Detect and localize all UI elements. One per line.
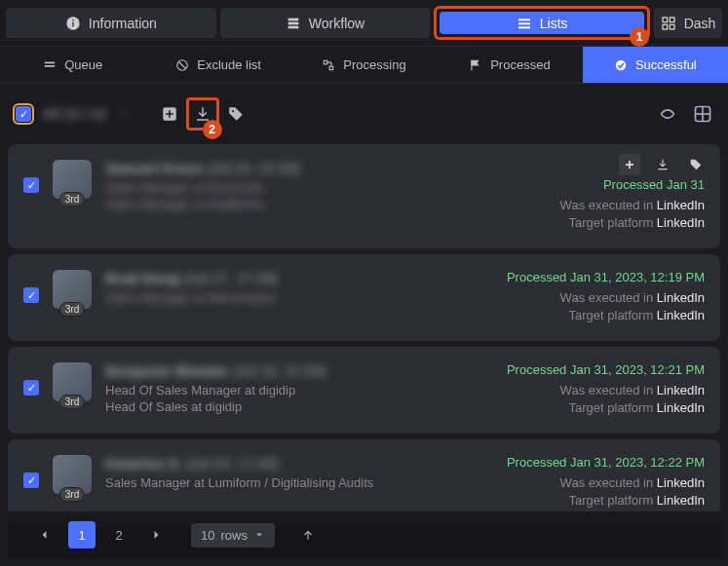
processed-timestamp: Processed Jan 31, 2023, 12:22 PM — [507, 455, 705, 470]
download-icon — [656, 158, 670, 171]
contact-card: ✓ 3rd Benjamin Bleeder (Jul 22, 21:53) H… — [8, 347, 720, 434]
workflow-icon — [286, 16, 301, 31]
target-platform: Target platform LinkedIn — [560, 215, 705, 230]
processed-timestamp: Processed Jan 31, 2023, 12:19 PM — [507, 270, 705, 284]
target-platform: Target platform LinkedIn — [507, 308, 705, 322]
svg-rect-3 — [288, 18, 299, 20]
connection-badge: 3rd — [59, 192, 85, 207]
processed-timestamp: Processed Jan 31 — [560, 177, 705, 192]
svg-rect-1 — [72, 21, 73, 26]
pager-prev[interactable] — [31, 521, 58, 548]
exclude-icon — [175, 58, 189, 72]
check-icon — [614, 58, 628, 72]
rows-per-page[interactable]: 10 rows — [191, 523, 275, 547]
contact-title-2: Sales Manager at DialBooks — [105, 197, 547, 211]
chevron-right-icon — [150, 529, 162, 541]
svg-rect-7 — [518, 22, 530, 24]
rows-value: 10 — [201, 528, 214, 543]
hide-icon[interactable] — [658, 104, 677, 124]
info-icon — [65, 16, 81, 31]
lists-icon — [517, 16, 532, 31]
svg-rect-31 — [626, 164, 633, 166]
svg-rect-17 — [325, 60, 328, 64]
add-button[interactable] — [153, 97, 186, 131]
subtab-processing[interactable]: Processing — [291, 47, 437, 83]
exec-platform: Was executed in LinkedIn — [507, 475, 705, 490]
download-button[interactable]: 2 — [186, 97, 219, 131]
processing-icon — [322, 58, 335, 72]
card-tag-button[interactable] — [685, 154, 707, 175]
card-add-button[interactable] — [619, 154, 640, 175]
avatar: 3rd — [53, 455, 92, 494]
svg-rect-5 — [288, 25, 299, 28]
contact-title-2: Head Of Sales at digidip — [105, 399, 493, 414]
card-download-button[interactable] — [652, 154, 673, 175]
avatar: 3rd — [53, 362, 92, 401]
step-badge-2: 2 — [203, 120, 222, 139]
svg-rect-21 — [472, 59, 473, 70]
tag-button[interactable] — [219, 97, 252, 131]
tab-information[interactable]: Information — [6, 8, 216, 38]
queue-icon — [43, 58, 57, 72]
contact-name: Samuel Gress (Jul 22, 21:53) — [105, 160, 547, 176]
chevron-down-icon — [253, 529, 265, 541]
contact-title-1: Sales Manager at Motomedics — [105, 290, 493, 305]
row-checkbox[interactable]: ✓ — [23, 380, 39, 396]
subtab-queue[interactable]: Queue — [0, 47, 145, 83]
tab-dash[interactable]: Dash — [654, 8, 722, 38]
arrow-up-icon — [301, 528, 315, 542]
svg-rect-18 — [330, 66, 334, 70]
avatar: 3rd — [53, 160, 92, 199]
svg-point-26 — [231, 110, 233, 112]
flag-icon — [469, 58, 482, 72]
svg-rect-2 — [72, 19, 73, 20]
svg-rect-8 — [518, 26, 530, 28]
contact-card: ✓ 3rd Samuel Gress (Jul 22, 21:53) Sales… — [8, 144, 720, 248]
exec-platform: Was executed in LinkedIn — [560, 198, 705, 212]
pager-to-top[interactable] — [294, 521, 322, 548]
tab-label: Workflow — [309, 16, 364, 31]
plus-icon — [161, 105, 178, 123]
processed-timestamp: Processed Jan 31, 2023, 12:21 PM — [507, 362, 705, 377]
rows-label: rows — [220, 528, 247, 543]
tab-label: Information — [89, 16, 157, 31]
tab-workflow[interactable]: Workflow — [220, 8, 431, 38]
subtab-label: Successful — [635, 57, 697, 72]
subtab-exclude[interactable]: Exclude list — [145, 47, 290, 83]
subtab-processed[interactable]: Processed — [437, 47, 582, 83]
subtab-successful[interactable]: Successful — [583, 47, 728, 83]
chevron-left-icon — [39, 529, 51, 541]
pager-page-2[interactable]: 2 — [105, 521, 133, 548]
grid-view-icon[interactable] — [693, 104, 712, 124]
tab-label: Lists — [540, 16, 568, 31]
connection-badge: 3rd — [59, 302, 85, 317]
avatar: 3rd — [53, 270, 92, 309]
chevron-down-icon[interactable] — [118, 108, 130, 120]
row-checkbox[interactable]: ✓ — [23, 472, 39, 488]
subtab-label: Processing — [343, 57, 405, 72]
row-checkbox[interactable]: ✓ — [23, 177, 39, 193]
pager-page-1[interactable]: 1 — [68, 521, 96, 548]
contact-title-1: Sales Manager at Dummyfix — [105, 180, 547, 195]
contact-title-1: Sales Manager at Lumiform / Digitialisin… — [105, 475, 493, 490]
tab-lists[interactable]: Lists — [440, 12, 644, 34]
selection-summary: All 13 / 13 — [43, 106, 106, 122]
tag-icon — [227, 105, 245, 123]
row-checkbox[interactable]: ✓ — [23, 287, 39, 303]
connection-badge: 3rd — [59, 487, 85, 502]
contact-card: ✓ 3rd Brad Doog (Jul 27, 17:33) Sales Ma… — [8, 254, 720, 341]
svg-rect-9 — [663, 18, 668, 22]
plus-icon — [624, 159, 635, 170]
subtab-label: Processed — [490, 57, 550, 72]
select-all-checkbox[interactable]: ✓ — [16, 106, 31, 122]
svg-line-16 — [179, 61, 186, 68]
exec-platform: Was executed in LinkedIn — [507, 290, 705, 305]
pager-next[interactable] — [142, 521, 170, 548]
contact-name: Benjamin Bleeder (Jul 22, 21:53) — [105, 362, 493, 379]
svg-rect-11 — [663, 24, 668, 29]
svg-point-22 — [616, 59, 627, 70]
svg-rect-14 — [45, 65, 56, 67]
svg-rect-13 — [45, 61, 56, 63]
contact-title-1: Head Of Sales Manager at digidip — [105, 383, 493, 397]
svg-rect-25 — [166, 113, 173, 115]
